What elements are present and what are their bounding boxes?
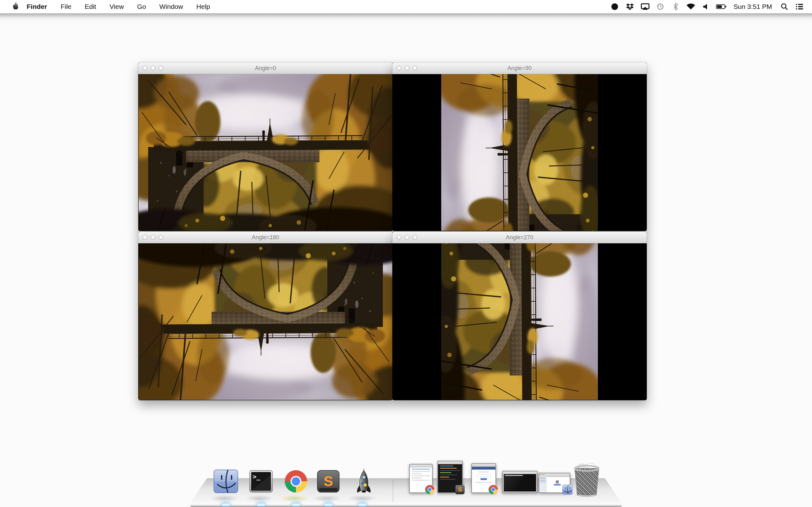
- zoom-button[interactable]: [158, 66, 163, 71]
- window-buttons: [142, 235, 163, 240]
- image-canvas: [139, 243, 392, 400]
- airplay-display-icon[interactable]: [640, 2, 651, 11]
- icon-reflection: [312, 495, 341, 502]
- battery-icon[interactable]: [716, 2, 727, 11]
- dock-icon-python-rocket[interactable]: [351, 468, 377, 494]
- window-title: Angle=0: [138, 65, 393, 72]
- window-buttons: [142, 66, 163, 71]
- running-indicator-terminal: [257, 504, 265, 506]
- close-button[interactable]: [397, 235, 402, 240]
- close-button[interactable]: [142, 235, 148, 240]
- dock-icon-sublime-text[interactable]: [315, 468, 341, 494]
- window-titlebar[interactable]: Angle=270: [392, 232, 647, 243]
- menu-bar-shadow: [0, 13, 812, 21]
- bridge-photo: [139, 74, 392, 231]
- bridge-photo-rotated-90: [441, 74, 598, 231]
- menu-item-window[interactable]: Window: [153, 0, 190, 13]
- close-button[interactable]: [142, 66, 148, 71]
- running-indicator-sublime: [324, 504, 332, 506]
- minimized-terminal-window[interactable]: [502, 471, 538, 493]
- window-angle-0[interactable]: Angle=0: [138, 62, 393, 231]
- minimized-sublime-code[interactable]: [438, 461, 463, 493]
- bridge-photo-rotated-180: [139, 243, 392, 400]
- minimized-chrome-login-page[interactable]: [471, 463, 496, 493]
- window-buttons: [397, 66, 417, 71]
- running-indicator-rocket: [358, 504, 366, 506]
- wifi-icon[interactable]: [686, 2, 696, 11]
- bluetooth-icon[interactable]: [670, 2, 681, 11]
- status-dot-icon[interactable]: [609, 2, 620, 11]
- image-canvas: [393, 74, 647, 231]
- time-machine-icon[interactable]: [655, 2, 666, 11]
- image-canvas: [393, 243, 647, 400]
- spotlight-search-icon[interactable]: [779, 2, 790, 11]
- minimize-button[interactable]: [404, 66, 409, 71]
- window-angle-180[interactable]: Angle=180: [138, 232, 393, 400]
- dock: [190, 460, 622, 507]
- sublime-badge-icon: [455, 484, 465, 495]
- window-angle-90[interactable]: Angle=90: [392, 62, 647, 231]
- running-indicator-finder: [222, 504, 230, 506]
- running-indicator-chrome: [292, 504, 300, 506]
- menu-item-view[interactable]: View: [103, 0, 131, 13]
- minimized-finder-window[interactable]: [539, 473, 570, 493]
- volume-icon[interactable]: [701, 2, 711, 11]
- zoom-button[interactable]: [412, 235, 417, 240]
- icon-reflection: [280, 495, 309, 502]
- menu-bar-left: Finder File Edit View Go Window Help: [0, 0, 217, 13]
- window-titlebar[interactable]: Angle=90: [392, 62, 647, 74]
- window-angle-270[interactable]: Angle=270: [392, 232, 647, 400]
- menu-item-help[interactable]: Help: [190, 0, 217, 13]
- notification-center-icon[interactable]: [794, 2, 805, 11]
- dock-divider: [393, 480, 393, 503]
- minimize-button[interactable]: [404, 235, 409, 240]
- image-canvas: [139, 74, 392, 231]
- zoom-button[interactable]: [412, 66, 417, 71]
- window-title: Angle=180: [138, 234, 393, 241]
- minimize-button[interactable]: [150, 235, 155, 240]
- dropbox-icon[interactable]: [624, 2, 635, 11]
- menu-bar-status-area: Sun 3:51 PM: [609, 2, 812, 11]
- window-titlebar[interactable]: Angle=180: [138, 232, 393, 243]
- menu-item-edit[interactable]: Edit: [78, 0, 103, 13]
- menu-bar: Finder File Edit View Go Window Help: [0, 0, 812, 13]
- dock-icon-terminal[interactable]: [248, 468, 274, 494]
- zoom-button[interactable]: [158, 235, 163, 240]
- window-title: Angle=90: [392, 65, 647, 72]
- window-title: Angle=270: [392, 234, 647, 241]
- icon-reflection: [210, 495, 239, 502]
- apple-menu-icon[interactable]: [11, 2, 20, 11]
- dock-shelf-edge: [190, 506, 622, 507]
- menu-item-go[interactable]: Go: [131, 0, 153, 13]
- icon-reflection: [245, 495, 274, 502]
- menu-app-name[interactable]: Finder: [20, 0, 54, 13]
- icon-reflection: [348, 495, 376, 502]
- window-buttons: [397, 235, 417, 240]
- close-button[interactable]: [397, 66, 402, 71]
- bridge-photo-rotated-270: [441, 243, 598, 400]
- chrome-badge-icon: [488, 484, 499, 495]
- window-titlebar[interactable]: Angle=0: [138, 62, 393, 74]
- chrome-badge-icon: [424, 484, 435, 495]
- minimized-chrome-webpage[interactable]: [409, 464, 433, 493]
- dock-icon-chrome[interactable]: [283, 468, 309, 494]
- menu-item-file[interactable]: File: [54, 0, 78, 13]
- trash-icon-full[interactable]: [570, 462, 603, 498]
- minimize-button[interactable]: [150, 66, 155, 71]
- menu-bar-clock[interactable]: Sun 3:51 PM: [731, 3, 774, 10]
- dock-icon-finder[interactable]: [213, 468, 239, 494]
